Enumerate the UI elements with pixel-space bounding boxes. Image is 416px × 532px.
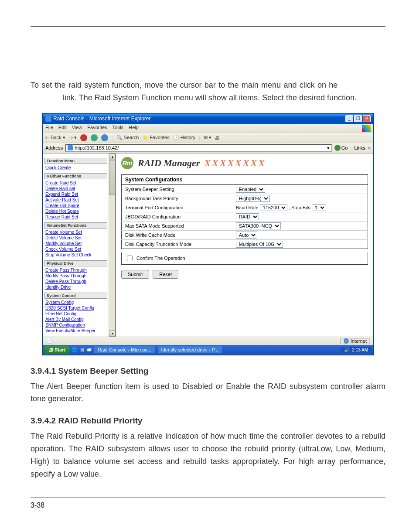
clock: 2:13 AM <box>352 348 368 352</box>
sidebar-create-volset[interactable]: Create Volume Set <box>44 229 107 235</box>
quick-launch-desktop-icon[interactable]: 🖥 <box>79 347 84 352</box>
content-area: Function Menu Quick Create RaidSet Funct… <box>43 153 373 337</box>
raid-product-name: XXXXXXXX <box>204 157 266 169</box>
sidebar-snmp-config[interactable]: SNMP Configuration <box>44 322 107 328</box>
print-icon[interactable]: 🖶 <box>215 135 220 140</box>
maximize-button[interactable]: ❐ <box>354 115 362 122</box>
sidebar-system-config[interactable]: System Config <box>44 300 107 305</box>
row-label: Max SATA Mode Supported <box>122 221 232 230</box>
start-button[interactable]: ⊞ Start <box>44 346 70 354</box>
sidebar-modify-passthrough[interactable]: Modify Pass Through <box>44 273 107 279</box>
sidebar-view-events[interactable]: View Events/Mute Beeper <box>44 328 107 334</box>
intro-text-1: To set the raid system function, move th… <box>31 81 338 89</box>
sidebar-delete-hotspare[interactable]: Delete Hot Spare <box>44 208 107 214</box>
sidebar-scsi-config[interactable]: U320 SCSI Target Config <box>44 305 107 311</box>
menu-favorites[interactable]: Favorites <box>87 125 107 132</box>
links-chevron-icon[interactable]: » <box>368 145 371 150</box>
table-row: Disk Write Cache Mode Auto <box>122 230 368 239</box>
address-label: Address <box>45 145 63 150</box>
sidebar-identify-drive[interactable]: Identify Drive <box>44 284 107 290</box>
table-row: JBOD/RAID Configuration RAID <box>122 212 368 221</box>
stopbits-select[interactable]: 1 <box>312 204 326 211</box>
sidebar-delete-raidset[interactable]: Delete Raid set <box>44 186 107 191</box>
forward-button[interactable]: ⇨ ▾ <box>69 135 77 140</box>
menu-view[interactable]: View <box>72 125 82 132</box>
sata-select[interactable]: SATA300+NCQ <box>236 222 281 229</box>
refresh-icon[interactable] <box>91 134 98 141</box>
row-label: Terminal Port Configuration <box>122 203 232 212</box>
sidebar-group-system: System Control <box>44 293 107 299</box>
globe-icon <box>344 338 349 344</box>
close-button[interactable]: ✕ <box>363 115 371 122</box>
sidebar-modify-volset[interactable]: Modify Volume Set <box>44 241 107 246</box>
menu-tools[interactable]: Tools <box>113 125 124 132</box>
sidebar-expand-raidset[interactable]: Expand Raid Set <box>44 191 107 197</box>
sidebar-delete-passthrough[interactable]: Delete Pass Through <box>44 279 107 284</box>
row-label: System Beeper Setting <box>122 184 232 194</box>
table-row: Terminal Port Configuration Baud Rate 11… <box>122 203 368 212</box>
baud-select[interactable]: 115200 <box>260 204 287 211</box>
minimize-button[interactable]: _ <box>345 115 353 122</box>
raid-logo-icon: Rm <box>121 157 133 169</box>
start-flag-icon: ⊞ <box>49 347 53 353</box>
taskbar-task-raid[interactable]: Raid Console - Microso... <box>94 346 156 354</box>
page-footer: 3-38 <box>31 498 385 509</box>
sidebar-delete-volset[interactable]: Delete Volume Set <box>44 235 107 241</box>
scroll-down-icon[interactable]: ▾ <box>109 330 116 337</box>
security-zone: Internet <box>341 338 370 344</box>
menu-edit[interactable]: Edit <box>58 125 67 132</box>
row-label: Disk Write Cache Mode <box>122 230 232 239</box>
address-input[interactable]: http://192.168.10.42/ ▾ <box>65 144 331 152</box>
back-button[interactable]: ⇦ Back ▾ <box>45 135 65 140</box>
confirm-label: Confirm The Operation <box>136 256 185 261</box>
sidebar-alert-mail[interactable]: Alert By Mail Config <box>44 317 107 322</box>
cache-select[interactable]: Auto <box>236 232 257 239</box>
sidebar-activate-raidset[interactable]: Activate Raid Set <box>44 197 107 203</box>
sidebar-scrollbar[interactable]: ▴ ▾ <box>109 153 115 337</box>
home-icon[interactable] <box>101 134 108 141</box>
sidebar-ethernet-config[interactable]: EtherNet Config <box>44 311 107 317</box>
stop-icon[interactable] <box>80 134 87 141</box>
heading-beeper: 3.9.4.1 System Beeper Setting <box>31 366 385 376</box>
page-status-icon: 📄 <box>46 338 52 343</box>
confirm-checkbox[interactable] <box>127 256 133 261</box>
browser-window: Raid Console - Microsoft Internet Explor… <box>42 113 374 355</box>
truncation-select[interactable]: Multiples Of 10G <box>236 241 283 248</box>
submit-button[interactable]: Submit <box>121 270 149 279</box>
taskbar-task-identify[interactable]: Identify selected drive - P... <box>157 346 222 354</box>
history-button[interactable]: 🕓 History <box>173 135 195 140</box>
sidebar-stop-volcheck[interactable]: Stop Volume Set Check <box>44 252 107 258</box>
mail-icon[interactable]: ✉ ▾ <box>204 135 211 140</box>
reset-button[interactable]: Reset <box>153 270 178 279</box>
sidebar-group-menu: Function Menu <box>44 158 107 164</box>
jbod-select[interactable]: RAID <box>236 213 259 220</box>
system-tray: 🔊 2:13 AM <box>341 347 372 353</box>
row-label: JBOD/RAID Configuration <box>122 212 232 221</box>
sidebar-create-raidset[interactable]: Create Raid Set <box>44 180 107 186</box>
table-row: Disk Capacity Truncation Mode Multiples … <box>122 239 368 249</box>
sidebar-create-passthrough[interactable]: Create Pass Through <box>44 267 107 273</box>
header-rule <box>31 26 385 27</box>
beeper-select[interactable]: Enabled <box>236 186 265 193</box>
sidebar-create-hotspare[interactable]: Create Hot Spare <box>44 203 107 208</box>
table-row: Max SATA Mode Supported SATA300+NCQ <box>122 221 368 230</box>
address-dropdown-icon[interactable]: ▾ <box>327 145 330 151</box>
tray-icon[interactable]: 🔊 <box>344 348 349 352</box>
links-label[interactable]: Links <box>354 145 365 150</box>
go-button[interactable]: Go <box>334 145 348 151</box>
search-button[interactable]: 🔍 Search <box>116 135 139 140</box>
scroll-thumb[interactable] <box>109 160 116 195</box>
favorites-button[interactable]: ⭐ Favorites <box>142 135 169 140</box>
menu-help[interactable]: Help <box>129 125 139 132</box>
main-panel: Rm RAID Manager XXXXXXXX System Configur… <box>116 153 373 337</box>
raid-manager-title: RAID Manager <box>138 157 200 169</box>
quick-launch-outlook-icon[interactable]: 📨 <box>86 347 92 353</box>
sidebar-check-volset[interactable]: Check Volume Set <box>44 246 107 252</box>
config-table: System Configurations System Beeper Sett… <box>121 174 368 249</box>
priority-select[interactable]: High(80%) <box>236 195 270 202</box>
menu-file[interactable]: File <box>45 125 53 132</box>
sidebar-rescue-raidset[interactable]: Rescue Raid Set <box>44 214 107 220</box>
sidebar-quick-create[interactable]: Quick Create <box>44 165 107 171</box>
quick-launch-ie-icon[interactable]: 🌐 <box>72 347 78 353</box>
scroll-up-icon[interactable]: ▴ <box>109 153 116 160</box>
